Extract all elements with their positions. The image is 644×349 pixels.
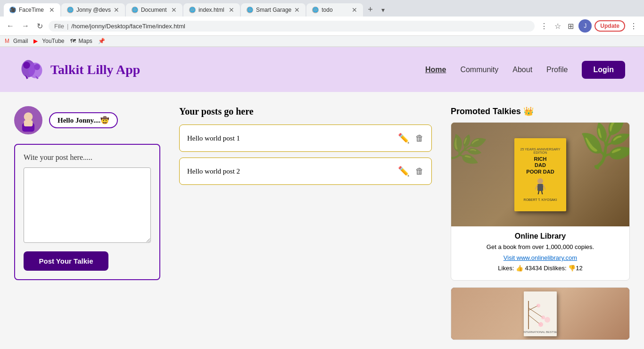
back-button[interactable]: ← — [5, 20, 16, 32]
address-bar[interactable]: File | /home/jonny/Desktop/faceTime/inde… — [49, 21, 535, 32]
svg-point-22 — [541, 316, 545, 319]
nav-home[interactable]: Home — [425, 66, 446, 74]
book-cover-2: THE INTERNATIONAL BESTSELLER — [524, 291, 557, 336]
tab-close-smartgarage[interactable]: ✕ — [294, 6, 300, 14]
svg-line-15 — [542, 191, 543, 194]
tab-close-document[interactable]: ✕ — [171, 6, 177, 14]
youtube-icon: ▶ — [33, 38, 40, 44]
main-content: Hello Jonny....🤠 Wite your post here....… — [0, 92, 644, 349]
person-figure — [535, 178, 545, 194]
tab-close-jonny[interactable]: ✕ — [114, 6, 119, 14]
chrome-menu-button[interactable]: ⋮ — [628, 20, 639, 33]
reload-button[interactable]: ↻ — [35, 20, 45, 33]
nav-profile[interactable]: Profile — [546, 66, 568, 74]
book-title: RICHDADPOOR DAD — [526, 156, 554, 175]
svg-rect-9 — [24, 120, 33, 126]
bookmarks-bar: M Gmail ▶ YouTube 🗺 Maps 📌 — [0, 36, 644, 47]
post-actions-2: ✏️ 🗑 — [398, 166, 424, 177]
nav-about[interactable]: About — [512, 66, 532, 74]
promo-card-title-1: Online Library — [457, 232, 624, 241]
promo-card-desc-1: Get a book from over 1,000,000 copies. — [457, 243, 624, 250]
post-item-1: Hello world post 1 ✏️ 🗑 — [179, 125, 432, 152]
bookmark-misc[interactable]: 📌 — [98, 38, 105, 44]
tab-close-facetime[interactable]: ✕ — [49, 6, 55, 14]
new-tab-button[interactable]: + — [364, 3, 377, 17]
tab-smartgarage[interactable]: 🌐 Smart Garage ✕ — [241, 3, 305, 17]
tab-todo[interactable]: 🌐 todo ✕ — [306, 3, 363, 17]
extensions-button[interactable]: ⊞ — [566, 20, 576, 33]
bookmark-button[interactable]: ☆ — [553, 20, 563, 33]
login-button[interactable]: Login — [582, 61, 625, 79]
svg-point-2 — [23, 62, 30, 69]
gmail-icon: M — [5, 38, 11, 44]
hello-badge: Hello Jonny....🤠 — [49, 112, 118, 128]
share-button[interactable]: ⋮ — [538, 20, 550, 33]
post-button[interactable]: Post Your Talkie — [24, 251, 108, 271]
tab-facetime[interactable]: 🎥 FaceTime ✕ — [4, 3, 60, 17]
delete-icon-2[interactable]: 🗑 — [415, 166, 424, 176]
svg-point-23 — [537, 304, 540, 307]
url-protocol: File — [54, 23, 64, 30]
post-actions-1: ✏️ 🗑 — [398, 133, 424, 144]
post-box: Wite your post here..... Post Your Talki… — [14, 144, 160, 280]
nav-menu: Home Community About Profile Login — [425, 61, 625, 79]
update-button[interactable]: Update — [594, 20, 625, 32]
app-header: Talkit Lilly App Home Community About Pr… — [0, 47, 644, 92]
svg-point-7 — [24, 112, 33, 121]
logo-svg — [19, 57, 45, 83]
bookmark-youtube[interactable]: ▶ YouTube — [33, 38, 64, 44]
browser-chrome: 🎥 FaceTime ✕ 🌐 Jonny @devs ✕ 🌐 Document … — [0, 0, 644, 47]
svg-line-12 — [535, 185, 537, 190]
edit-icon-1[interactable]: ✏️ — [398, 133, 410, 144]
middle-panel: Your posts go here Hello world post 1 ✏️… — [174, 101, 437, 349]
left-panel: Hello Jonny....🤠 Wite your post here....… — [9, 101, 165, 349]
maps-icon: 🗺 — [70, 38, 77, 44]
profile-avatar[interactable]: J — [578, 19, 592, 33]
edit-icon-2[interactable]: ✏️ — [398, 166, 410, 177]
tab-close-todo[interactable]: ✕ — [352, 6, 357, 14]
delete-icon-1[interactable]: 🗑 — [415, 133, 424, 143]
address-bar-row: ← → ↻ File | /home/jonny/Desktop/faceTim… — [0, 17, 644, 36]
post-text-2: Hello world post 2 — [187, 167, 398, 175]
url-path: /home/jonny/Desktop/faceTime/index.html — [71, 23, 185, 30]
user-section: Hello Jonny....🤠 — [14, 106, 160, 134]
post-text-1: Hello world post 1 — [187, 134, 398, 142]
post-item-2: Hello world post 2 ✏️ 🗑 — [179, 158, 432, 185]
svg-line-14 — [538, 191, 539, 194]
tab-document[interactable]: 🌐 Document ✕ — [126, 3, 182, 17]
forward-button[interactable]: → — [20, 20, 31, 32]
book-author-name: ROBERT T. KIYOSAKI — [524, 198, 557, 201]
bookmark-maps[interactable]: 🗺 Maps — [70, 38, 92, 44]
misc-bookmark-icon: 📌 — [98, 38, 105, 44]
app-title: Talkit Lilly App — [50, 62, 140, 77]
avatar-svg — [15, 106, 41, 134]
book-cover: 25 YEARS ANNIVERSARY EDITION RICHDADPOOR… — [514, 138, 566, 211]
promo-image-1: 🌿 🌿 25 YEARS ANNIVERSARY EDITION RICHDAD… — [451, 123, 629, 226]
user-avatar — [14, 106, 42, 134]
promo-card-1: 🌿 🌿 25 YEARS ANNIVERSARY EDITION RICHDAD… — [451, 122, 630, 281]
svg-point-24 — [545, 317, 550, 323]
right-panel: Promoted Talkies 👑 🌿 🌿 25 YEARS ANNIVERS… — [446, 101, 635, 349]
promo-card-link-1[interactable]: Visit www.onlinelibrary.com — [504, 254, 577, 261]
post-textarea[interactable] — [24, 167, 151, 243]
svg-point-21 — [538, 322, 543, 327]
svg-point-4 — [34, 64, 40, 70]
book-cover-2-svg: THE INTERNATIONAL BESTSELLER — [524, 291, 557, 336]
promo-image-2: THE INTERNATIONAL BESTSELLER — [451, 288, 629, 340]
tab-list-button[interactable]: ▾ — [378, 4, 388, 16]
promo-info-1: Online Library Get a book from over 1,00… — [451, 226, 629, 280]
address-bar-actions: ⋮ ☆ ⊞ J Update ⋮ — [538, 19, 639, 33]
tab-close-indexhtml[interactable]: ✕ — [229, 6, 234, 14]
tab-indexhtml[interactable]: 🌐 index.html ✕ — [183, 3, 240, 17]
svg-text:THE INTERNATIONAL BESTSELLER: THE INTERNATIONAL BESTSELLER — [524, 331, 557, 333]
promoted-title: Promoted Talkies 👑 — [451, 106, 630, 116]
app-logo: Talkit Lilly App — [19, 57, 140, 83]
nav-community[interactable]: Community — [460, 66, 498, 74]
post-box-label: Wite your post here..... — [24, 153, 151, 162]
promo-card-2: THE INTERNATIONAL BESTSELLER — [451, 287, 630, 340]
promo-card-likes-1: Likes: 👍 43434 Dislikes: 👎12 — [457, 265, 624, 272]
svg-point-10 — [537, 178, 543, 184]
svg-line-13 — [543, 185, 545, 190]
bookmark-gmail[interactable]: M Gmail — [5, 38, 28, 44]
tab-jonny[interactable]: 🌐 Jonny @devs ✕ — [61, 3, 125, 17]
